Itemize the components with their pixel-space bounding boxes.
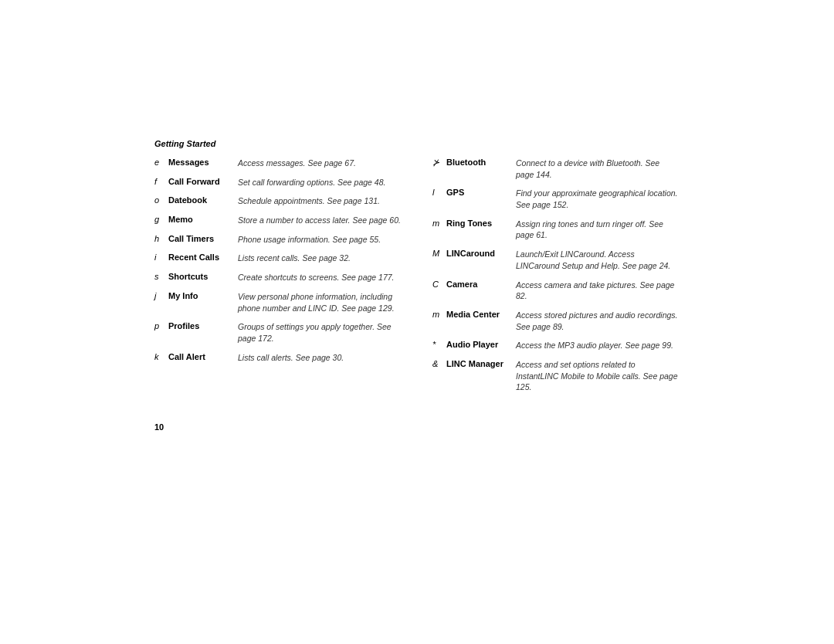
item-name: LINCaround (446, 249, 516, 258)
list-item: g Memo Store a number to access later. S… (154, 215, 402, 226)
item-name: Media Center (446, 310, 516, 319)
item-icon: M (432, 249, 446, 258)
list-item: M LINCaround Launch/Exit LINCaround. Acc… (432, 249, 680, 271)
item-icon: o (154, 195, 168, 205)
left-column: e Messages Access messages. See page 67.… (154, 158, 402, 401)
item-desc: Access camera and take pictures. See pag… (516, 280, 680, 302)
item-name: Call Alert (168, 352, 238, 361)
item-desc: Find your approximate geographical locat… (516, 188, 680, 210)
page-number: 10 (154, 422, 164, 432)
item-name: Profiles (168, 321, 238, 330)
item-desc: Schedule appointments. See page 131. (238, 195, 402, 207)
list-item: i Recent Calls Lists recent calls. See p… (154, 253, 402, 264)
item-name: Audio Player (446, 340, 516, 349)
item-icon: p (154, 321, 168, 330)
item-name: Ring Tones (446, 219, 516, 228)
item-desc: Launch/Exit LINCaround. Access LINCaroun… (516, 249, 680, 271)
item-desc: Phone usage information. See page 55. (238, 234, 402, 246)
list-item: j My Info View personal phone informatio… (154, 291, 402, 314)
list-item: * Audio Player Access the MP3 audio play… (432, 340, 680, 351)
item-name: Call Timers (168, 234, 238, 243)
list-item: f Call Forward Set call forwarding optio… (154, 177, 402, 188)
item-icon: ⊁ (432, 158, 446, 168)
list-item: C Camera Access camera and take pictures… (432, 280, 680, 302)
list-item: m Ring Tones Assign ring tones and turn … (432, 219, 680, 241)
list-item: & LINC Manager Access and set options re… (432, 359, 680, 393)
item-name: GPS (446, 188, 516, 197)
item-icon: C (432, 280, 446, 289)
item-icon: l (432, 188, 446, 197)
two-columns: e Messages Access messages. See page 67.… (154, 158, 680, 401)
item-desc: Access messages. See page 67. (238, 158, 402, 169)
item-icon: * (432, 340, 446, 349)
item-icon: h (154, 234, 168, 243)
item-name: Bluetooth (446, 158, 516, 167)
item-name: LINC Manager (446, 359, 516, 368)
item-desc: Lists call alerts. See page 30. (238, 352, 402, 364)
item-desc: Create shortcuts to screens. See page 17… (238, 272, 402, 283)
item-icon: f (154, 177, 168, 186)
item-desc: View personal phone information, includi… (238, 291, 402, 314)
item-desc: Assign ring tones and turn ringer off. S… (516, 219, 680, 241)
list-item: e Messages Access messages. See page 67. (154, 158, 402, 169)
item-icon: e (154, 158, 168, 167)
item-desc: Access stored pictures and audio recordi… (516, 310, 680, 332)
page: Getting Started e Messages Access messag… (0, 0, 834, 644)
item-desc: Access and set options related to Instan… (516, 359, 680, 393)
list-item: o Datebook Schedule appointments. See pa… (154, 195, 402, 207)
item-icon: & (432, 359, 446, 368)
item-name: Datebook (168, 195, 238, 205)
list-item: k Call Alert Lists call alerts. See page… (154, 352, 402, 364)
item-icon: m (432, 310, 446, 319)
list-item: s Shortcuts Create shortcuts to screens.… (154, 272, 402, 283)
item-name: Camera (446, 280, 516, 289)
item-desc: Connect to a device with Bluetooth. See … (516, 158, 680, 180)
section-title: Getting Started (154, 139, 680, 148)
item-name: Call Forward (168, 177, 238, 186)
item-name: Memo (168, 215, 238, 224)
list-item: l GPS Find your approximate geographical… (432, 188, 680, 210)
item-icon: k (154, 352, 168, 361)
item-desc: Set call forwarding options. See page 48… (238, 177, 402, 188)
content: Getting Started e Messages Access messag… (154, 139, 680, 401)
item-icon: i (154, 253, 168, 262)
item-name: Recent Calls (168, 253, 238, 262)
item-desc: Groups of settings you apply together. S… (238, 321, 402, 344)
list-item: m Media Center Access stored pictures an… (432, 310, 680, 332)
item-desc: Access the MP3 audio player. See page 99… (516, 340, 680, 351)
item-name: Shortcuts (168, 272, 238, 281)
list-item: h Call Timers Phone usage information. S… (154, 234, 402, 246)
item-name: Messages (168, 158, 238, 167)
list-item: p Profiles Groups of settings you apply … (154, 321, 402, 344)
item-name: My Info (168, 291, 238, 300)
item-icon: m (432, 219, 446, 228)
item-desc: Store a number to access later. See page… (238, 215, 402, 226)
item-icon: s (154, 272, 168, 281)
item-desc: Lists recent calls. See page 32. (238, 253, 402, 264)
item-icon: j (154, 291, 168, 300)
right-column: ⊁ Bluetooth Connect to a device with Blu… (432, 158, 680, 401)
item-icon: g (154, 215, 168, 224)
list-item: ⊁ Bluetooth Connect to a device with Blu… (432, 158, 680, 180)
